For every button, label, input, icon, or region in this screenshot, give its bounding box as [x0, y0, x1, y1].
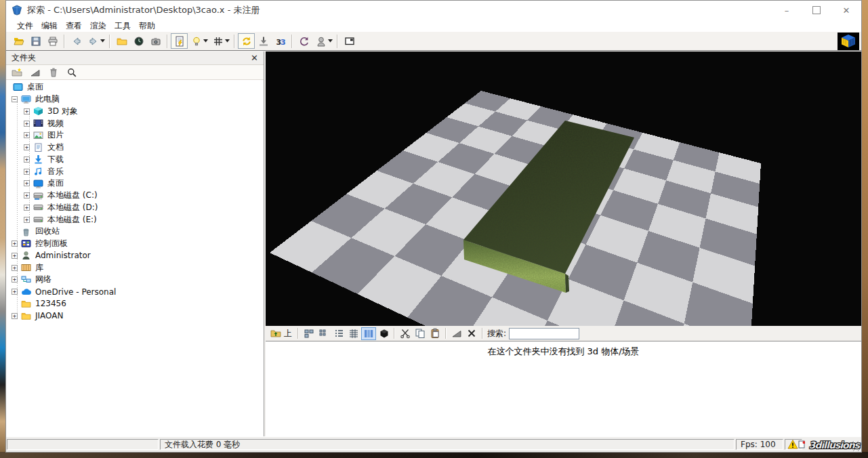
copy-button[interactable] — [413, 327, 428, 340]
tree-item-14[interactable]: +Administrator — [6, 250, 264, 262]
status-warning-cell[interactable] — [785, 439, 802, 450]
show-3d-objects-button[interactable] — [376, 327, 391, 340]
drive-icon — [33, 215, 43, 224]
expand-icon[interactable]: + — [24, 180, 30, 186]
forward-button[interactable] — [85, 33, 102, 49]
search-folders-button[interactable] — [66, 67, 78, 78]
folders-panel: 文件夹 ✕ 桌面−此电脑+3D 对象+视频+图片+文档+下载+音乐+桌面+本地磁… — [6, 51, 264, 437]
tree-item-label: 回收站 — [35, 226, 60, 237]
lighting-dropdown[interactable] — [203, 39, 208, 43]
tree-item-8[interactable]: +桌面 — [6, 178, 264, 190]
expand-icon[interactable]: + — [24, 169, 30, 175]
tree-item-2[interactable]: +3D 对象 — [6, 106, 264, 118]
folder-icon — [117, 36, 127, 47]
view-large-icons-button[interactable] — [302, 327, 316, 340]
rotate-object-button[interactable] — [238, 33, 255, 49]
menu-item-0[interactable]: 文件 — [17, 20, 33, 32]
tree-item-3[interactable]: +视频 — [6, 117, 264, 129]
grid-toggle-button[interactable] — [209, 33, 226, 49]
viewport-3d[interactable] — [266, 51, 861, 326]
paste-icon — [430, 328, 440, 339]
search-input[interactable] — [509, 328, 579, 339]
expand-icon[interactable]: + — [24, 192, 30, 199]
tree-item-12[interactable]: +回收站 — [6, 226, 264, 238]
auto-reload-button[interactable] — [171, 33, 188, 49]
menu-item-3[interactable]: 渲染 — [90, 20, 106, 32]
snapshot-button[interactable] — [147, 33, 164, 49]
tree-item-18[interactable]: +123456 — [6, 298, 264, 310]
tree-item-9[interactable]: +本地磁盘 (C:) — [6, 190, 264, 202]
notify-icon — [798, 440, 805, 449]
fullscreen-button[interactable] — [341, 33, 358, 49]
expand-icon[interactable]: + — [24, 121, 30, 127]
view-details-button[interactable] — [346, 327, 361, 340]
save-file-button[interactable] — [27, 33, 44, 49]
grid-toggle-dropdown[interactable] — [225, 39, 230, 43]
expand-icon[interactable]: + — [12, 241, 18, 247]
folders-panel-close-icon[interactable]: ✕ — [251, 54, 258, 62]
tree-item-15[interactable]: +库 — [6, 262, 264, 274]
statusbar: 文件载入花费 0 毫秒 Fps: 100 — [6, 436, 861, 452]
up-label[interactable]: 上 — [284, 328, 292, 339]
expand-icon[interactable]: + — [12, 276, 18, 283]
view-thumbnails-button[interactable] — [361, 327, 376, 340]
frames-button[interactable]: 33 — [272, 33, 289, 49]
back-button[interactable] — [68, 33, 85, 49]
history-button[interactable] — [130, 33, 147, 49]
expand-icon[interactable]: + — [24, 217, 30, 223]
paste-button[interactable] — [428, 327, 442, 340]
minimize-button[interactable]: – — [772, 1, 802, 20]
view-list-button[interactable] — [331, 327, 346, 340]
tree-item-19[interactable]: +JIAOAN — [6, 310, 264, 322]
new-folder-button[interactable] — [11, 67, 23, 78]
view-small-icons-button[interactable] — [316, 327, 331, 340]
trash-icon — [48, 67, 59, 78]
delete-button[interactable] — [464, 327, 479, 340]
tree-item-5[interactable]: +文档 — [6, 142, 264, 154]
open-file-button[interactable] — [10, 33, 27, 49]
camera-view-dropdown[interactable] — [328, 39, 333, 43]
expand-icon[interactable]: + — [24, 205, 30, 211]
expand-icon[interactable]: + — [12, 313, 18, 319]
cut-button[interactable] — [398, 327, 413, 340]
tree-item-13[interactable]: +控制面板 — [6, 238, 264, 250]
forward-dropdown[interactable] — [100, 39, 105, 43]
close-button[interactable]: ✕ — [831, 1, 861, 20]
tree-item-10[interactable]: +本地磁盘 (D:) — [6, 202, 264, 214]
menu-item-5[interactable]: 帮助 — [139, 20, 155, 32]
maximize-button[interactable] — [802, 1, 831, 20]
drive-icon — [33, 203, 43, 212]
menu-item-1[interactable]: 编辑 — [41, 20, 58, 32]
camera-view-button[interactable] — [312, 33, 329, 49]
wedge-tool-button[interactable] — [29, 67, 41, 78]
up-button[interactable] — [268, 327, 283, 340]
refresh-scene-button[interactable] — [295, 33, 312, 49]
folder-sm-icon — [21, 311, 31, 320]
expand-icon[interactable]: + — [24, 108, 30, 114]
expand-icon[interactable]: + — [12, 289, 18, 295]
drop-object-button[interactable] — [255, 33, 272, 49]
menu-item-4[interactable]: 工具 — [115, 20, 131, 32]
tree-item-6[interactable]: +下载 — [6, 154, 264, 166]
tree-item-7[interactable]: +音乐 — [6, 165, 264, 178]
wedge-tool-button[interactable] — [449, 327, 464, 340]
browse-folder-button[interactable] — [113, 33, 130, 49]
tree-item-4[interactable]: +图片 — [6, 129, 264, 142]
delete-folder-button[interactable] — [47, 67, 60, 78]
menu-item-2[interactable]: 查看 — [66, 20, 82, 32]
expand-icon[interactable]: + — [24, 132, 30, 138]
printer-icon — [47, 36, 58, 47]
tree-item-label: 本地磁盘 (D:) — [47, 202, 98, 213]
tree-item-0[interactable]: 桌面 — [6, 81, 264, 93]
expand-icon[interactable]: + — [12, 265, 18, 271]
tree-item-1[interactable]: −此电脑 — [6, 93, 264, 106]
print-button[interactable] — [44, 33, 61, 49]
expand-icon[interactable]: + — [24, 157, 30, 163]
lighting-button[interactable] — [188, 33, 205, 49]
expand-icon[interactable]: + — [12, 253, 18, 259]
collapse-icon[interactable]: − — [12, 96, 18, 102]
expand-icon[interactable]: + — [24, 144, 30, 150]
tree-item-16[interactable]: +网络 — [6, 274, 264, 286]
tree-item-11[interactable]: +本地磁盘 (E:) — [6, 213, 264, 226]
tree-item-17[interactable]: +OneDrive - Personal — [6, 286, 264, 298]
